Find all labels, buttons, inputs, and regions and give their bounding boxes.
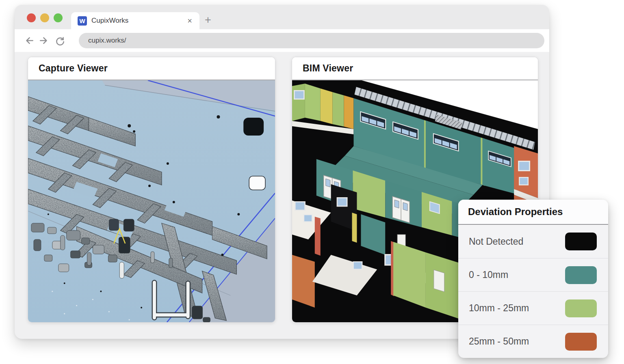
window-controls (27, 13, 63, 22)
legend-row: 0 - 10mm (458, 258, 608, 291)
deviation-legend: Not Detected 0 - 10mm 10mm - 25mm 25mm -… (458, 225, 608, 358)
deviation-properties-header: Deviation Properties (458, 200, 608, 225)
browser-toolbar: cupix.works/ (15, 29, 549, 52)
url-text: cupix.works/ (88, 37, 126, 45)
browser-tab[interactable]: W CupixWorks × (71, 12, 199, 29)
back-icon[interactable] (23, 34, 35, 47)
minimize-window-button[interactable] (40, 13, 49, 22)
legend-row: 25mm - 50mm (458, 325, 608, 358)
legend-color-swatch (565, 266, 597, 284)
capture-viewport-scene[interactable] (28, 80, 275, 322)
bim-viewer-header: BIM Viewer (292, 57, 538, 80)
deviation-properties-panel: Deviation Properties Not Detected 0 - 10… (458, 200, 608, 358)
capture-viewer-card: Capture Viewer (28, 57, 275, 323)
cupixworks-favicon-icon: W (78, 16, 87, 26)
legend-label: 10mm - 25mm (469, 303, 529, 314)
white-blob (249, 176, 265, 190)
zoom-window-button[interactable] (54, 13, 63, 22)
black-blob (243, 118, 264, 136)
capture-viewer-header: Capture Viewer (28, 57, 275, 80)
capture-viewer-title: Capture Viewer (39, 63, 108, 74)
address-bar[interactable]: cupix.works/ (79, 33, 544, 48)
tab-strip: W CupixWorks × + (15, 5, 549, 29)
legend-label: 0 - 10mm (469, 269, 508, 280)
legend-color-swatch (565, 233, 597, 250)
deviation-properties-title: Deviation Properties (468, 206, 563, 218)
page: W CupixWorks × + cupix.works/ (0, 0, 624, 364)
close-window-button[interactable] (27, 13, 36, 22)
close-tab-icon[interactable]: × (186, 17, 194, 25)
legend-label: 25mm - 50mm (469, 336, 529, 347)
legend-label: Not Detected (469, 236, 523, 247)
bim-viewer-title: BIM Viewer (303, 63, 353, 74)
legend-row: 10mm - 25mm (458, 291, 608, 325)
capture-viewport[interactable] (28, 80, 275, 322)
new-tab-icon[interactable]: + (205, 15, 211, 26)
legend-row: Not Detected (458, 225, 608, 258)
reload-icon[interactable] (54, 34, 66, 47)
tab-title: CupixWorks (91, 17, 186, 25)
legend-color-swatch (565, 299, 597, 317)
forward-icon[interactable] (38, 34, 50, 47)
legend-color-swatch (565, 333, 597, 351)
